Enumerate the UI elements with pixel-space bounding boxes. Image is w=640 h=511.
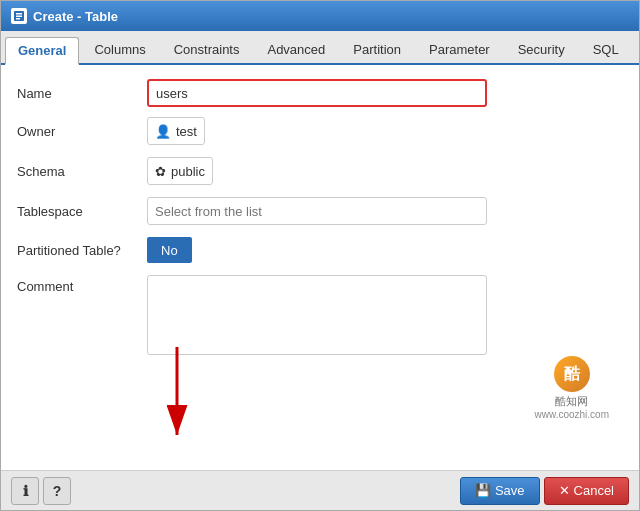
- comment-label: Comment: [17, 275, 147, 294]
- partitioned-toggle: No: [147, 237, 192, 263]
- cancel-icon: ✕: [559, 483, 570, 498]
- save-button[interactable]: 💾 Save: [460, 477, 540, 505]
- title-bar: Create - Table: [1, 1, 639, 31]
- save-label: Save: [495, 483, 525, 498]
- name-label: Name: [17, 86, 147, 101]
- comment-input[interactable]: [147, 275, 487, 355]
- footer-left: ℹ ?: [11, 477, 71, 505]
- annotation-container: 起表名: [17, 367, 623, 467]
- help-button[interactable]: ?: [43, 477, 71, 505]
- name-input[interactable]: [147, 79, 487, 107]
- tab-partition[interactable]: Partition: [340, 35, 414, 63]
- partitioned-no-button[interactable]: No: [147, 237, 192, 263]
- tab-columns[interactable]: Columns: [81, 35, 158, 63]
- tab-advanced[interactable]: Advanced: [254, 35, 338, 63]
- watermark-site: 酷知网: [555, 394, 588, 409]
- svg-rect-3: [16, 18, 20, 20]
- tablespace-row: Tablespace: [17, 197, 623, 225]
- schema-row: Schema ✿ public: [17, 157, 623, 185]
- tab-general[interactable]: General: [5, 37, 79, 65]
- svg-rect-1: [16, 13, 22, 15]
- save-icon: 💾: [475, 483, 491, 498]
- tab-bar: General Columns Constraints Advanced Par…: [1, 31, 639, 65]
- partitioned-row: Partitioned Table? No: [17, 237, 623, 263]
- watermark: 酷 酷知网 www.coozhi.com: [535, 356, 609, 420]
- create-table-dialog: Create - Table General Columns Constrain…: [0, 0, 640, 511]
- tab-constraints[interactable]: Constraints: [161, 35, 253, 63]
- owner-label: Owner: [17, 124, 147, 139]
- name-control: [147, 79, 487, 107]
- svg-rect-2: [16, 16, 22, 18]
- schema-value: public: [171, 164, 205, 179]
- cancel-label: Cancel: [574, 483, 614, 498]
- footer-right: 💾 Save ✕ Cancel: [460, 477, 629, 505]
- owner-control[interactable]: 👤 test: [147, 117, 205, 145]
- partitioned-label: Partitioned Table?: [17, 243, 147, 258]
- owner-value: test: [176, 124, 197, 139]
- cancel-button[interactable]: ✕ Cancel: [544, 477, 629, 505]
- tab-parameter[interactable]: Parameter: [416, 35, 503, 63]
- main-content: Name Owner 👤 test Schema ✿ public: [1, 65, 639, 470]
- name-row: Name: [17, 79, 623, 107]
- tablespace-control: [147, 197, 487, 225]
- tablespace-label: Tablespace: [17, 204, 147, 219]
- annotation-arrow: [137, 347, 217, 447]
- schema-icon: ✿: [155, 164, 166, 179]
- watermark-url: www.coozhi.com: [535, 409, 609, 420]
- title-bar-icon: [11, 8, 27, 24]
- watermark-logo: 酷: [554, 356, 590, 392]
- tab-security[interactable]: Security: [505, 35, 578, 63]
- tablespace-input[interactable]: [147, 197, 487, 225]
- tab-sql[interactable]: SQL: [580, 35, 632, 63]
- schema-label: Schema: [17, 164, 147, 179]
- footer: ℹ ? 💾 Save ✕ Cancel: [1, 470, 639, 510]
- owner-row: Owner 👤 test: [17, 117, 623, 145]
- window-title: Create - Table: [33, 9, 118, 24]
- user-icon: 👤: [155, 124, 171, 139]
- comment-row: Comment: [17, 275, 623, 355]
- info-button[interactable]: ℹ: [11, 477, 39, 505]
- schema-control[interactable]: ✿ public: [147, 157, 213, 185]
